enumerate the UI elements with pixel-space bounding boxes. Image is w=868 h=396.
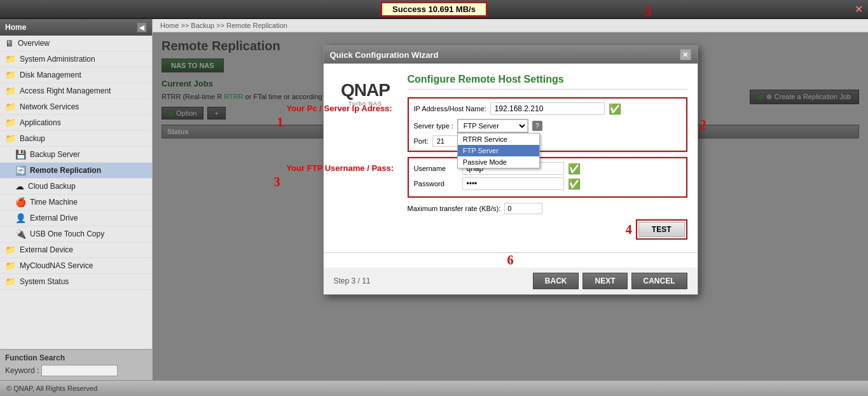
wizard-body: QNAP Turbo NAS Configure Remote Host Set… — [324, 64, 698, 253]
remote-replication-icon: 🔄 — [15, 165, 26, 175]
wizard-logo: QNAP Turbo NAS — [334, 74, 397, 242]
step-number-top: 5 — [645, 3, 652, 20]
cloud-backup-icon: ☁ — [15, 181, 24, 191]
server-type-row: Server type : FTP Server RTRR Service Pa… — [414, 119, 681, 133]
sidebar: Home ◀ 🖥 Overview 📁 System Administratio… — [0, 19, 153, 380]
sidebar-item-time-machine[interactable]: 🍎 Time Machine — [0, 195, 152, 210]
server-type-label: Server type : — [414, 122, 453, 130]
annotation-pc-server: Your Pc / Server Ip Adress: — [287, 104, 392, 113]
keyword-label: Keyword : — [5, 366, 39, 375]
usb-icon: 🔌 — [15, 229, 26, 239]
sidebar-item-mycloud[interactable]: 📁 MyCloudNAS Service — [0, 258, 152, 274]
sidebar-item-access-right[interactable]: 📁 Access Right Management — [0, 83, 152, 99]
ip-section: IP Address/Host Name: ✅ Server type : — [408, 97, 687, 152]
time-machine-icon: 🍎 — [15, 197, 26, 207]
annotation-ftp-creds: Your FTP Username / Pass: — [287, 163, 394, 173]
wizard-title-text: Quick Configuration Wizard — [330, 50, 439, 60]
annotation-6-area: 6 — [324, 253, 698, 268]
ip-label: IP Address/Host Name: — [414, 105, 486, 113]
sidebar-collapse-button[interactable]: ◀ — [137, 22, 147, 32]
backup-server-icon: 💾 — [15, 149, 26, 160]
annotation-num-4: 4 — [626, 222, 632, 237]
test-button[interactable]: TEST — [638, 222, 685, 237]
username-check-icon: ✅ — [568, 163, 581, 175]
annotation-num-6: 6 — [507, 253, 514, 267]
folder-icon-3: 📁 — [5, 86, 16, 96]
sidebar-item-external-drive[interactable]: 👤 External Drive — [0, 210, 152, 226]
close-top-icon[interactable]: ✕ — [855, 3, 863, 15]
transfer-rate-row: Maximum transfer rate (KB/s): — [408, 203, 687, 214]
top-bar: Success 10.691 MB/s 5 ✕ — [0, 0, 868, 19]
status-bar: © QNAP, All Rights Reserved — [0, 380, 868, 396]
server-type-wrapper: FTP Server RTRR Service Passive Mode — [457, 119, 528, 133]
transfer-label: Maximum transfer rate (KB/s): — [408, 205, 501, 212]
credentials-section: Username ✅ Password ✅ — [408, 157, 687, 198]
password-label: Password — [414, 180, 458, 188]
overview-icon: 🖥 — [5, 38, 14, 48]
test-button-wrapper: TEST — [636, 219, 687, 240]
sidebar-item-overview[interactable]: 🖥 Overview — [0, 36, 152, 51]
wizard-footer: Step 3 / 11 BACK NEXT CANCEL — [324, 268, 698, 294]
dropdown-rtrr[interactable]: RTRR Service — [458, 133, 539, 145]
sidebar-item-external-device[interactable]: 📁 External Device — [0, 242, 152, 258]
function-search-panel: Function Search Keyword : — [0, 349, 152, 380]
help-icon[interactable]: ? — [532, 121, 542, 131]
sidebar-header: Home ◀ — [0, 19, 152, 36]
folder-icon-2: 📁 — [5, 70, 16, 80]
ip-row: IP Address/Host Name: ✅ — [414, 102, 681, 115]
wizard-title-bar: Quick Configuration Wizard ✕ — [324, 46, 698, 64]
wizard-config-title: Configure Remote Host Settings — [408, 74, 687, 90]
folder-icon-9: 📁 — [5, 277, 16, 287]
ip-input[interactable] — [490, 102, 605, 115]
password-check-icon: ✅ — [568, 178, 581, 190]
wizard-modal: Quick Configuration Wizard ✕ QNAP Turbo … — [323, 45, 698, 295]
server-type-dropdown: RTRR Service FTP Server Passive Mode — [457, 133, 540, 168]
username-row: Username ✅ — [414, 162, 681, 175]
success-badge: Success 10.691 MB/s — [381, 2, 487, 17]
sidebar-item-remote-replication[interactable]: 🔄 Remote Replication — [0, 163, 152, 179]
annotation-num-1: 1 — [277, 115, 284, 130]
password-input[interactable] — [462, 177, 564, 190]
sidebar-item-applications[interactable]: 📁 Applications — [0, 115, 152, 131]
sidebar-item-backup[interactable]: 📁 Backup — [0, 131, 152, 147]
cancel-button[interactable]: CANCEL — [631, 273, 687, 289]
folder-icon-8: 📁 — [5, 261, 16, 271]
back-button[interactable]: BACK — [533, 273, 579, 289]
folder-icon-7: 📁 — [5, 245, 16, 255]
breadcrumb: Home >> Backup >> Remote Replication — [153, 19, 868, 32]
sidebar-item-network[interactable]: 📁 Network Services — [0, 99, 152, 115]
keyword-input[interactable] — [41, 365, 118, 376]
annotation-num-2: 2 — [700, 118, 706, 132]
dropdown-passive[interactable]: Passive Mode — [458, 156, 539, 168]
keyword-row: Keyword : — [5, 365, 147, 376]
wizard-right: Configure Remote Host Settings Your Pc /… — [408, 74, 687, 242]
copyright-text: © QNAP, All Rights Reserved — [6, 385, 97, 392]
folder-icon-6: 📁 — [5, 133, 16, 144]
sidebar-item-cloud-backup[interactable]: ☁ Cloud Backup — [0, 179, 152, 195]
page-content: Remote Replication NAS TO NAS Current Jo… — [153, 32, 868, 380]
sidebar-item-usb-copy[interactable]: 🔌 USB One Touch Copy — [0, 226, 152, 242]
content-area: Home >> Backup >> Remote Replication Rem… — [153, 19, 868, 380]
wizard-close-button[interactable]: ✕ — [680, 49, 691, 60]
sidebar-home-label: Home — [5, 23, 26, 32]
annotation-num-3: 3 — [274, 175, 280, 189]
footer-buttons: BACK NEXT CANCEL — [533, 273, 687, 289]
sidebar-item-backup-server[interactable]: 💾 Backup Server — [0, 147, 152, 163]
sidebar-item-system-admin[interactable]: 📁 System Administration — [0, 51, 152, 67]
server-type-select[interactable]: FTP Server RTRR Service Passive Mode — [458, 119, 528, 132]
folder-icon: 📁 — [5, 54, 16, 64]
step-indicator: Step 3 / 11 — [334, 277, 371, 285]
ip-check-icon: ✅ — [609, 103, 621, 115]
dropdown-ftp[interactable]: FTP Server — [458, 145, 539, 156]
folder-icon-5: 📁 — [5, 118, 16, 128]
main-layout: Home ◀ 🖥 Overview 📁 System Administratio… — [0, 19, 868, 380]
folder-icon-4: 📁 — [5, 102, 16, 112]
port-row: Port: S (Explicit) — [414, 135, 681, 147]
port-label: Port: — [414, 137, 429, 145]
sidebar-item-system-status[interactable]: 📁 System Status — [0, 274, 152, 290]
next-button[interactable]: NEXT — [582, 273, 627, 289]
modal-overlay: Quick Configuration Wizard ✕ QNAP Turbo … — [153, 32, 868, 380]
sidebar-item-disk-mgmt[interactable]: 📁 Disk Management — [0, 67, 152, 83]
transfer-input[interactable] — [504, 203, 542, 214]
function-search-title: Function Search — [5, 353, 147, 362]
